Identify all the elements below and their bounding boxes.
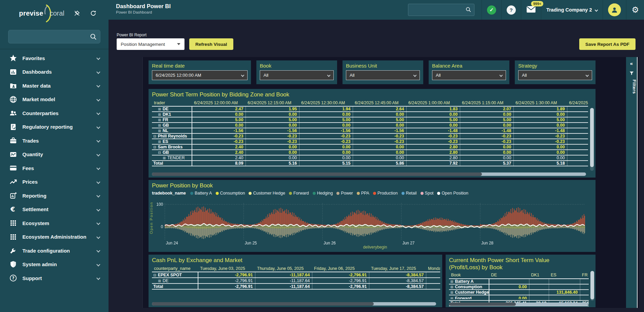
table-row[interactable]: ⊞Consumption0.00 xyxy=(449,284,589,290)
filter-dropdown[interactable]: All xyxy=(346,70,420,80)
expand-icon[interactable]: ⊞ xyxy=(158,124,161,127)
table-row[interactable]: ⊞Battery A xyxy=(449,279,589,284)
column-header[interactable]: DK1 xyxy=(529,272,549,279)
table-row[interactable]: ⊞FR5.005.005.005.005.005.005.00 xyxy=(152,117,588,123)
table-row[interactable]: ⊞NL-1.56-1.56-1.56-1.56-1.48-1.48-1.48 xyxy=(152,128,588,133)
column-header[interactable]: Monday, Jun xyxy=(426,265,440,272)
column-header[interactable]: ES xyxy=(549,272,580,279)
expand-icon[interactable]: ⊞ xyxy=(158,113,161,116)
expand-icon[interactable]: ⊞ xyxy=(158,118,161,122)
column-header[interactable]: 6/24/2025 1:00:00 AM xyxy=(406,99,460,106)
expand-icon[interactable]: ⊞ xyxy=(450,297,453,299)
legend-item-forward[interactable]: Forward xyxy=(289,191,309,196)
notifications-button[interactable]: 999+ xyxy=(521,0,541,20)
vertical-scrollbar[interactable] xyxy=(590,108,594,171)
save-pdf-button[interactable]: Save Report As PDF xyxy=(579,38,636,50)
column-header[interactable]: Thursday, June 05, 2025 xyxy=(255,265,312,272)
table-row[interactable]: ⊟Sam Brooks2.400.000.000.002.800.000.00 xyxy=(152,144,588,150)
sidebar-item-dashboards[interactable]: Dashboards xyxy=(0,65,109,79)
table-row[interactable]: ⊞GB0.000.000.000.000.000.000.00 xyxy=(152,123,588,128)
collapse-icon[interactable]: ⊟ xyxy=(153,145,156,149)
table-row[interactable]: ⊞DE2.471.951.942.641.832.071.89 xyxy=(152,106,588,112)
legend-item-ppa[interactable]: PPA xyxy=(357,191,369,196)
expand-icon[interactable]: ⊞ xyxy=(450,285,453,289)
column-header[interactable]: Book xyxy=(449,272,489,279)
collapse-icon[interactable]: ⊟ xyxy=(153,134,156,138)
horizontal-scrollbar[interactable] xyxy=(152,172,586,176)
column-header[interactable]: Friday, June 06, 2025 xyxy=(312,265,369,272)
status-ok-button[interactable]: ✓ xyxy=(482,0,501,20)
refresh-icon[interactable] xyxy=(90,10,97,17)
column-header[interactable]: DE xyxy=(489,272,529,279)
table-row[interactable]: ⊞DE-2,796.91-11,187.64-2,796.91-8,384.57 xyxy=(152,278,440,283)
sidebar-item-regulatory-reporting[interactable]: Regulatory reporting xyxy=(0,120,109,134)
sidebar-item-quantity[interactable]: Quantity xyxy=(0,148,109,162)
sidebar-item-trade-configuration[interactable]: Trade configuration xyxy=(0,244,109,258)
filter-dropdown[interactable]: All xyxy=(432,70,506,80)
expand-icon[interactable]: ⊞ xyxy=(158,129,161,133)
expand-icon[interactable]: ⊞ xyxy=(450,291,453,294)
table-row[interactable]: ⊞Customer Hedge131,846.40 xyxy=(449,290,589,295)
expand-icon[interactable]: ⊞ xyxy=(158,140,161,144)
sidebar-item-reporting[interactable]: Reporting xyxy=(0,189,109,203)
column-header[interactable]: trader xyxy=(152,99,192,106)
table-row[interactable]: ⊟Phill Reynolds-0.23-0.23-0.23-0.23-0.23… xyxy=(152,133,588,139)
table-row[interactable]: ⊞DK10.000.000.000.000.000.000.00 xyxy=(152,112,588,117)
user-menu[interactable] xyxy=(603,0,626,20)
position-chart[interactable] xyxy=(153,198,589,250)
help-button[interactable]: ? xyxy=(501,0,521,20)
collapse-icon[interactable]: ⊟ xyxy=(158,151,161,154)
legend-item-consumption[interactable]: Consumption xyxy=(216,191,245,196)
sidebar-item-fees[interactable]: Fees xyxy=(0,161,109,175)
sidebar-item-support[interactable]: ?Support xyxy=(0,271,109,285)
legend-item-power[interactable]: Power xyxy=(336,191,353,196)
expand-icon[interactable]: ⊞ xyxy=(158,107,161,111)
expand-icon[interactable]: ⊞ xyxy=(163,156,165,160)
column-header[interactable]: 6/24/2025 1:30:00 AM xyxy=(513,99,567,106)
table-row[interactable]: Total-2,796.91-11,187.64-2,796.91-8,384.… xyxy=(152,283,440,289)
column-header[interactable]: 6/24/2025 12:45:00 AM xyxy=(353,99,406,106)
legend-item-customer-hedge[interactable]: Customer Hedge xyxy=(249,191,285,196)
legend-item-battery-a[interactable]: Battery A xyxy=(190,191,212,196)
column-header[interactable]: Tuesday, June 17, 2025 xyxy=(369,265,426,272)
sidebar-item-trades[interactable]: Trades xyxy=(0,134,109,148)
expand-icon[interactable]: ⊞ xyxy=(158,279,161,283)
legend-item-production[interactable]: Production xyxy=(373,191,398,196)
report-select[interactable]: Position Management xyxy=(117,38,184,50)
sidebar-item-master-data[interactable]: Master data xyxy=(0,79,109,93)
company-selector[interactable]: Trading Company 2 xyxy=(541,0,603,20)
legend-item-open-position[interactable]: Open Position xyxy=(437,191,468,196)
sidebar-item-prices[interactable]: Prices xyxy=(0,175,109,189)
sidebar-item-system-admin[interactable]: System admin xyxy=(0,258,109,272)
sidebar-item-counterparties[interactable]: Counterparties xyxy=(0,106,109,120)
table-row[interactable]: ⊞Forward0.00 xyxy=(449,295,589,300)
expand-icon[interactable]: ⊞ xyxy=(450,280,453,283)
filter-dropdown[interactable]: 6/24/2025 12:00:00 AM xyxy=(152,70,248,80)
table-row[interactable]: ⊞ES-0.23-0.23-0.23-0.23-0.23-0.23-0.23 xyxy=(152,139,588,144)
sidebar-item-ecosystem[interactable]: Ecosystem xyxy=(0,216,109,230)
filter-dropdown[interactable]: All xyxy=(260,70,334,80)
column-header[interactable]: counterparty_name xyxy=(152,265,198,272)
sidebar-item-market-model[interactable]: Market model xyxy=(0,93,109,107)
column-header[interactable]: 6/24/2025 12:30:00 AM xyxy=(299,99,353,106)
legend-item-hedging[interactable]: Hedging xyxy=(313,191,333,196)
legend-item-retail[interactable]: Retail xyxy=(402,191,417,196)
settings-button[interactable]: ⚙ xyxy=(626,0,644,20)
refresh-visual-button[interactable]: Refresh Visual xyxy=(189,38,233,50)
sidebar-search-input[interactable] xyxy=(8,30,100,43)
column-header[interactable]: FR xyxy=(580,272,589,279)
horizontal-scrollbar[interactable] xyxy=(152,302,436,306)
legend-item-spot[interactable]: Spot xyxy=(421,191,434,196)
column-header[interactable]: Tuesday, June 03, 2025 xyxy=(198,265,255,272)
table-row[interactable]: ⊞TENDER2.400.000.000.002.800.000.00 xyxy=(152,155,588,161)
collapse-icon[interactable]: ⊟ xyxy=(153,273,156,277)
sidebar-item-favorites[interactable]: Favorites xyxy=(0,51,109,65)
brand-logo[interactable]: previse coral xyxy=(19,4,64,23)
table-row[interactable]: Total8.095.165.155.867.925.375.18 xyxy=(152,161,588,166)
global-search-input[interactable] xyxy=(408,4,474,16)
filter-icon[interactable] xyxy=(629,71,634,75)
column-header[interactable]: 6/24/2025 1:15:00 AM xyxy=(460,99,513,106)
sidebar-item-settlement[interactable]: €Settlement xyxy=(0,203,109,217)
column-header[interactable]: 6/24/2025 12:00:00 AM xyxy=(192,99,246,106)
unpin-icon[interactable] xyxy=(73,10,81,17)
